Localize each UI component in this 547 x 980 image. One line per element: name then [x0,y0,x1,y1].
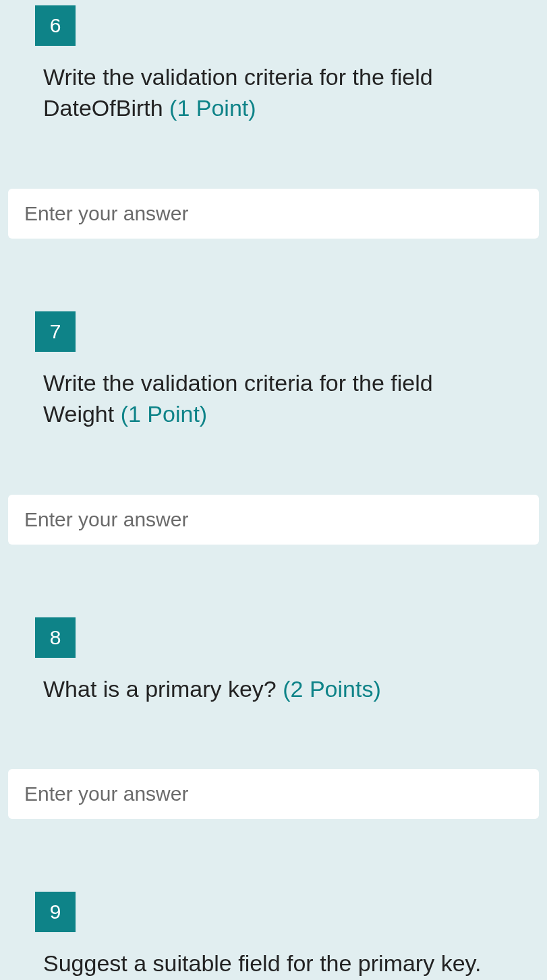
question-header: 6 Write the validation criteria for the … [0,0,547,164]
question-prompt: What is a primary key? [43,676,283,702]
question-text: Write the validation criteria for the fi… [8,368,539,430]
question-number-badge: 7 [35,311,76,352]
question-block-9: 9 Suggest a suitable field for the prima… [0,886,547,980]
question-prompt: Suggest a suitable field for the primary… [43,950,481,976]
question-points: (1 Point) [121,401,208,427]
question-points: (2 Points) [283,676,381,702]
question-prompt: Write the validation criteria for the fi… [43,370,433,427]
question-number-badge: 9 [35,892,76,932]
question-number-badge: 8 [35,617,76,658]
question-text: Suggest a suitable field for the primary… [8,948,539,980]
question-header: 8 What is a primary key? (2 Points) [0,612,547,745]
question-block-6: 6 Write the validation criteria for the … [0,0,547,239]
question-number-badge: 6 [35,5,76,46]
answer-input[interactable] [8,189,539,239]
question-header: 7 Write the validation criteria for the … [0,306,547,470]
question-text: Write the validation criteria for the fi… [8,62,539,124]
question-block-8: 8 What is a primary key? (2 Points) [0,612,547,820]
question-block-7: 7 Write the validation criteria for the … [0,306,547,545]
question-header: 9 Suggest a suitable field for the prima… [0,886,547,980]
question-text: What is a primary key? (2 Points) [8,674,539,705]
answer-input[interactable] [8,769,539,819]
answer-input[interactable] [8,495,539,545]
question-points: (1 Point) [169,95,256,121]
